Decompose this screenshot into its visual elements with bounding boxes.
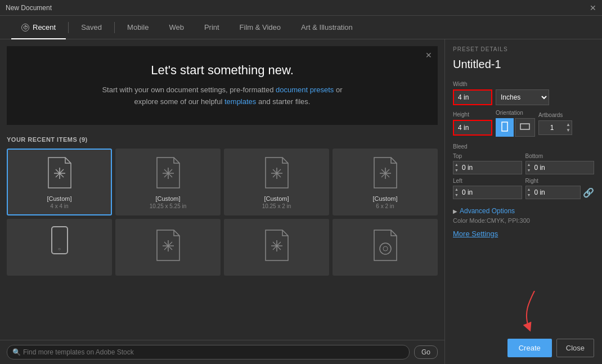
list-item[interactable] <box>7 219 112 276</box>
bleed-left-up[interactable]: ▲ <box>455 187 459 192</box>
bleed-top-down[interactable]: ▼ <box>455 168 459 173</box>
unit-select[interactable]: Inches Pixels Millimeters Centimeters Po… <box>496 89 549 105</box>
file-icon <box>46 156 74 190</box>
bleed-right-row: ▲ ▼ 0 in 🔗 <box>525 186 595 199</box>
bleed-bottom-up[interactable]: ▲ <box>527 162 531 168</box>
bleed-left-wrap: ▲ ▼ 0 in <box>453 186 522 199</box>
portrait-button[interactable] <box>496 118 514 137</box>
tab-recent[interactable]: ⏱ Recent <box>11 16 66 39</box>
item-label: [Custom] 10.25 x 5.25 in <box>150 195 187 210</box>
list-item[interactable]: [Custom] 10.25 x 2 in <box>224 149 329 215</box>
file-icon <box>154 229 182 263</box>
bleed-top-up[interactable]: ▲ <box>455 162 459 168</box>
recent-section: YOUR RECENT ITEMS (9) <box>0 132 444 340</box>
bleed-right-value: 0 in <box>532 186 580 199</box>
list-item[interactable] <box>333 219 438 276</box>
artboards-decrement[interactable]: ▼ <box>566 128 570 133</box>
bleed-right-label: Right <box>525 178 595 184</box>
svg-rect-27 <box>520 124 529 129</box>
width-field-group: Width <box>453 81 492 105</box>
app-title: New Document <box>6 4 52 12</box>
bleed-grid: Top ▲ ▼ 0 in Bottom ▲ ▼ 0 in <box>453 153 594 199</box>
artboards-increment[interactable]: ▲ <box>566 122 570 128</box>
list-item[interactable]: [Custom] 6 x 2 in <box>333 149 438 215</box>
bleed-left-value: 0 in <box>460 186 522 199</box>
bleed-bottom-value: 0 in <box>532 161 594 174</box>
circle-icon <box>371 229 399 263</box>
title-bar: New Document ✕ <box>0 0 602 16</box>
tab-film-video[interactable]: Film & Video <box>230 16 291 39</box>
color-mode-text: Color Mode:CMYK, PPI:300 <box>453 217 594 224</box>
item-label: [Custom] 4 x 4 in <box>47 195 71 210</box>
width-input[interactable] <box>453 89 492 105</box>
artboards-label: Artboards <box>538 112 572 118</box>
height-input[interactable] <box>453 120 492 136</box>
bleed-left-arrows: ▲ ▼ <box>453 187 460 198</box>
list-item[interactable] <box>224 219 329 276</box>
right-panel: PRESET DETAILS Width Inches Pixels Milli… <box>444 39 602 364</box>
item-label: [Custom] 10.25 x 2 in <box>262 195 291 210</box>
bleed-right-up[interactable]: ▲ <box>527 187 531 192</box>
bleed-left-down[interactable]: ▼ <box>455 192 459 198</box>
more-settings-link[interactable]: More Settings <box>453 230 594 238</box>
phone-icon <box>51 226 68 263</box>
tab-web[interactable]: Web <box>159 16 194 39</box>
hero-close-button[interactable]: ✕ <box>425 51 432 60</box>
file-icon <box>371 156 399 190</box>
file-icon <box>154 156 182 190</box>
orientation-group: Orientation <box>496 110 535 137</box>
bleed-bottom-wrap: ▲ ▼ 0 in <box>525 161 595 174</box>
window-close-button[interactable]: ✕ <box>590 4 596 12</box>
advanced-options-toggle[interactable]: ▶ Advanced Options <box>453 207 594 215</box>
bleed-left-label: Left <box>453 178 522 184</box>
bleed-top-wrap: ▲ ▼ 0 in <box>453 161 522 174</box>
orientation-buttons <box>496 118 535 137</box>
go-button[interactable]: Go <box>414 345 438 359</box>
svg-point-25 <box>383 246 388 251</box>
bleed-right-down[interactable]: ▼ <box>527 192 531 198</box>
svg-point-24 <box>380 243 391 254</box>
height-label: Height <box>453 111 492 118</box>
artboards-stepper: 1 ▲ ▼ <box>538 120 572 135</box>
file-icon <box>263 229 291 263</box>
panel-buttons: Create Close <box>453 333 594 357</box>
bleed-left-field: Left ▲ ▼ 0 in <box>453 178 522 199</box>
tab-bar: ⏱ Recent Saved Mobile Web Print Film & V… <box>0 16 602 39</box>
search-input[interactable] <box>7 345 410 359</box>
list-item[interactable]: [Custom] 4 x 4 in <box>7 149 112 215</box>
artboards-value: 1 <box>539 121 565 134</box>
file-icon <box>263 156 291 190</box>
height-field-group: Height <box>453 111 492 136</box>
artboards-group: Artboards 1 ▲ ▼ <box>538 112 572 135</box>
width-row: Width Inches Pixels Millimeters Centimet… <box>453 80 594 105</box>
arrow-annotation <box>518 291 551 336</box>
landscape-button[interactable] <box>515 118 535 137</box>
unit-select-wrap: Inches Pixels Millimeters Centimeters Po… <box>496 89 594 105</box>
chevron-right-icon: ▶ <box>453 208 457 214</box>
bleed-top-value: 0 in <box>460 161 522 174</box>
document-title-input[interactable] <box>453 57 594 73</box>
hero-presets-link[interactable]: document presets <box>276 86 334 94</box>
orientation-label: Orientation <box>496 110 535 116</box>
bleed-bottom-field: Bottom ▲ ▼ 0 in <box>525 153 595 174</box>
tab-saved[interactable]: Saved <box>71 16 112 39</box>
list-item[interactable] <box>115 219 221 276</box>
bleed-bottom-arrows: ▲ ▼ <box>526 162 532 173</box>
svg-rect-26 <box>502 122 507 131</box>
search-input-wrap: 🔍 <box>7 345 410 359</box>
create-button[interactable]: Create <box>507 339 552 357</box>
bleed-right-field: Right ▲ ▼ 0 in 🔗 <box>525 178 595 199</box>
hero-templates-link[interactable]: templates <box>224 97 256 106</box>
advanced-options-label: Advanced Options <box>460 207 515 215</box>
link-icon[interactable]: 🔗 <box>583 187 594 198</box>
hero-body: Start with your own document settings, p… <box>18 84 426 108</box>
tab-print[interactable]: Print <box>194 16 230 39</box>
close-document-button[interactable]: Close <box>556 339 594 357</box>
stepper-arrows: ▲ ▼ <box>565 122 572 133</box>
bleed-bottom-down[interactable]: ▼ <box>527 168 531 173</box>
search-bar: 🔍 Go <box>0 340 444 364</box>
tab-divider <box>68 22 69 33</box>
tab-mobile[interactable]: Mobile <box>117 16 159 39</box>
tab-art-illustration[interactable]: Art & Illustration <box>291 16 363 39</box>
list-item[interactable]: [Custom] 10.25 x 5.25 in <box>115 149 221 215</box>
